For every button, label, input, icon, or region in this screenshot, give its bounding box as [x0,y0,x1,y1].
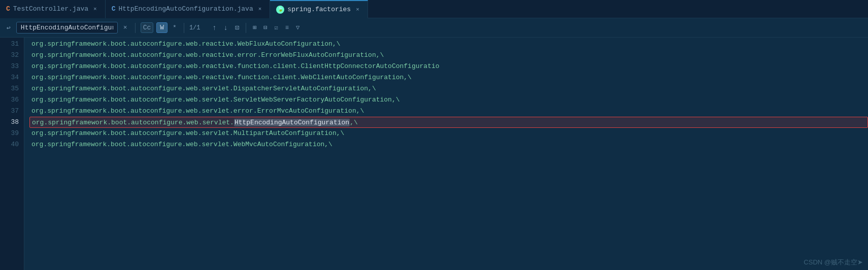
prev-match-btn[interactable]: ↑ [210,22,219,33]
watermark: CSDN @贼不走空➤ [804,258,863,267]
search-replace-toggle[interactable]: ↩ [4,23,13,33]
tab-test-controller[interactable]: C TestController.java × [0,0,106,18]
code-line-34: org.springframework.boot.autoconfigure.w… [31,72,868,83]
spring-icon: 🍃 [276,6,284,14]
match-newline-btn-2[interactable]: ⊟ [261,22,270,33]
line-num-39: 39 [0,128,19,139]
code-line-36: org.springframework.boot.autoconfigure.w… [31,94,868,106]
code-line-40: org.springframework.boot.autoconfigure.w… [31,139,868,150]
line-num-31: 31 [0,39,19,50]
tab-label: TestController.java [13,5,88,13]
code-line-31: org.springframework.boot.autoconfigure.w… [31,39,868,50]
toolbar-separator-1 [135,23,136,33]
code-line-35: org.springframework.boot.autoconfigure.w… [31,83,868,94]
tab-spring-factories[interactable]: 🍃 spring.factories × [270,0,368,18]
line-num-36: 36 [0,94,19,106]
code-area[interactable]: org.springframework.boot.autoconfigure.w… [24,38,868,270]
line-num-33: 33 [0,61,19,72]
indent-btn[interactable]: ≡ [283,23,291,33]
search-input[interactable] [16,22,118,33]
tab-close-btn[interactable]: × [91,5,99,13]
preserve-case-btn[interactable]: ☑ [272,22,281,33]
code-line-38: org.springframework.boot.autoconfigure.w… [29,117,868,128]
code-line-33: org.springframework.boot.autoconfigure.w… [31,61,868,72]
line-num-32: 32 [0,50,19,61]
tab-close-btn-3[interactable]: × [354,6,361,14]
code-line-37: org.springframework.boot.autoconfigure.w… [31,106,868,117]
line-num-38: 38 [0,117,19,128]
code-line-32: org.springframework.boot.autoconfigure.w… [31,50,868,61]
next-match-btn[interactable]: ↓ [221,22,230,33]
code-before: org.springframework.boot.autoconfigure.w… [32,119,234,126]
search-close-icon[interactable]: × [121,23,130,32]
filter-btn[interactable]: ▽ [293,22,302,33]
line-num-40: 40 [0,139,19,150]
code-line-39: org.springframework.boot.autoconfigure.w… [31,128,868,139]
wrap-btn[interactable]: ⊡ [232,22,242,33]
regex-btn[interactable]: * [171,23,179,32]
code-after: ,\ [350,119,358,126]
line-num-34: 34 [0,72,19,83]
search-nav-icons: ↑ ↓ ⊡ ⊞ ⊟ ☑ ≡ ▽ [210,22,302,33]
line-num-35: 35 [0,83,19,94]
editor-area: 31 32 33 34 35 36 37 38 39 40 org.spring… [0,38,868,270]
java-icon: C [6,5,10,13]
search-bar: ↩ × Cc W * 1/1 ↑ ↓ ⊡ ⊞ ⊟ ☑ ≡ ▽ [0,18,868,38]
match-newline-btn[interactable]: ⊞ [250,22,259,33]
tab-close-btn-2[interactable]: × [256,5,264,13]
tab-http-encoding[interactable]: C HttpEncodingAutoConfiguration.java × [106,0,271,18]
tab-label-3: spring.factories [287,6,351,13]
tab-label-2: HttpEncodingAutoConfiguration.java [118,5,253,13]
match-highlight: HttpEncodingAutoConfiguration [234,119,350,126]
toolbar-separator-2 [184,23,184,33]
match-count: 1/1 [189,24,205,31]
whole-word-btn[interactable]: W [156,22,168,33]
match-case-btn[interactable]: Cc [141,22,154,33]
java-icon-2: C [112,5,116,13]
toolbar-separator-3 [246,23,246,33]
line-numbers: 31 32 33 34 35 36 37 38 39 40 [0,38,24,270]
tab-bar: C TestController.java × C HttpEncodingAu… [0,0,868,18]
line-num-37: 37 [0,106,19,117]
